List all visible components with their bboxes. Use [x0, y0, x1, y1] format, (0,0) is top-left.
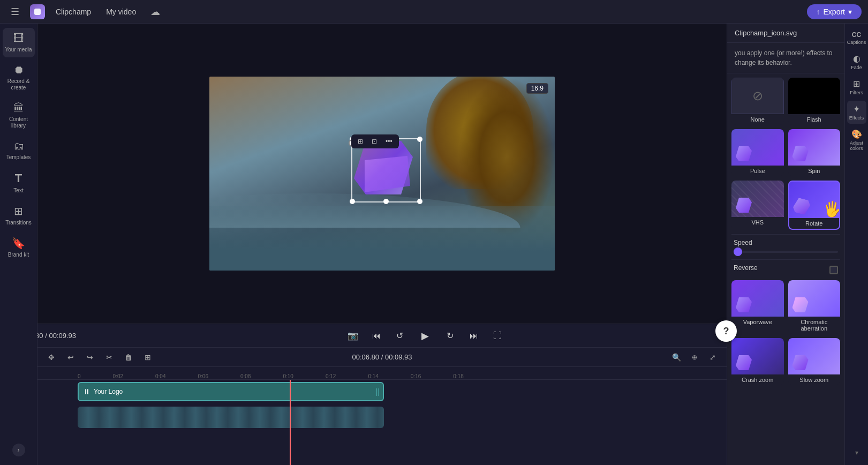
reverse-checkbox[interactable]	[829, 266, 838, 274]
strip-chevron-down: ▾	[855, 449, 858, 456]
effect-flash[interactable]: Flash	[788, 78, 841, 125]
help-button[interactable]: ?	[715, 320, 737, 342]
export-button[interactable]: ↑ Export ▾	[807, 4, 862, 19]
speed-thumb[interactable]	[734, 248, 742, 256]
sidebar-item-label: Transitions	[5, 220, 32, 226]
sidebar-item-transitions[interactable]: ⊞ Transitions	[3, 200, 35, 230]
logo-track-end-handle[interactable]: ||	[376, 387, 380, 396]
logo-element[interactable]	[354, 141, 418, 200]
export-chevron-icon: ▾	[848, 8, 852, 16]
adjust-colors-icon: 🎨	[851, 129, 862, 139]
video-track-row	[78, 406, 727, 429]
reverse-section: Reverse	[731, 259, 840, 280]
select-tool-button[interactable]: ✥	[44, 350, 59, 365]
undo-button[interactable]: ↩	[63, 350, 78, 365]
sidebar-item-label: Templates	[6, 154, 31, 161]
reverse-label: Reverse	[734, 264, 758, 272]
menu-button[interactable]: ☰	[6, 3, 24, 20]
effect-none[interactable]: ⊘ None	[731, 78, 784, 125]
content-library-icon: 🏛	[13, 102, 24, 114]
effect-slow-zoom-thumb	[788, 338, 841, 374]
effect-flash-thumb	[788, 78, 841, 114]
zoom-in-button[interactable]: ⊕	[687, 350, 702, 365]
add-to-timeline-button[interactable]: ⊞	[140, 350, 155, 365]
skip-to-end-button[interactable]: ⏭	[465, 327, 482, 344]
snapshot-button[interactable]: 📷	[344, 327, 361, 344]
playback-controls: 00:06.80 / 00:09.93 📷 ⏮ ↺ ▶ ↻ ⏭ ⛶	[37, 324, 727, 347]
filters-icon: ⊞	[853, 79, 860, 89]
sidebar-expand-button[interactable]: ›	[12, 444, 25, 456]
effect-crash-zoom[interactable]: Crash zoom	[731, 338, 784, 385]
fade-label: Fade	[851, 65, 862, 70]
sidebar-item-label: Brand kit	[8, 252, 29, 258]
video-title-input[interactable]: My video	[102, 5, 140, 18]
video-track-clip[interactable]	[78, 407, 384, 428]
redo-button[interactable]: ↪	[82, 350, 97, 365]
timeline-toolbar: ✥ ↩ ↪ ✂ 🗑 ⊞ 00:06.80 / 00:09.93 🔍 ⊕ ⤢	[37, 348, 727, 367]
sidebar-item-content-library[interactable]: 🏛 Contentlibrary	[3, 98, 35, 133]
logo-track-clip[interactable]: ⏸ Your Logo ||	[78, 382, 384, 401]
effect-crash-zoom-thumb	[731, 338, 784, 374]
sidebar-item-record-create[interactable]: ⏺ Record &create	[3, 59, 35, 95]
left-sidebar: 🎞 Your media ⏺ Record &create 🏛 Contentl…	[0, 24, 37, 465]
strip-item-adjust-colors[interactable]: 🎨 Adjustcolors	[847, 126, 866, 154]
effect-vaporwave[interactable]: Vaporwave	[731, 280, 784, 334]
effect-pulse[interactable]: Pulse	[731, 129, 784, 176]
effect-chromatic-label: Chromatic aberration	[788, 317, 841, 334]
preview-container: ⊞ ⊡ ••• 16:9	[209, 77, 555, 271]
sidebar-item-your-media[interactable]: 🎞 Your media	[3, 28, 35, 57]
forward-button[interactable]: ↻	[442, 327, 459, 344]
speed-slider[interactable]	[734, 251, 838, 253]
sidebar-item-label: Text	[13, 188, 23, 194]
sidebar-item-text[interactable]: T Text	[3, 167, 35, 198]
strip-item-captions[interactable]: CC Captions	[847, 28, 866, 48]
strip-item-effects[interactable]: ✦ Effects	[847, 101, 866, 124]
sidebar-item-brand-kit[interactable]: 🔖 Brand kit	[3, 232, 35, 262]
effects-grid: ⊘ None Flash Pulse	[731, 78, 840, 230]
fit-to-window-button[interactable]: ⤢	[705, 350, 720, 365]
zoom-out-button[interactable]: 🔍	[669, 350, 684, 365]
effect-slow-zoom[interactable]: Slow zoom	[788, 338, 841, 385]
ruler-mark-14: 0:14	[368, 373, 410, 379]
zoom-controls: 🔍 ⊕ ⤢	[669, 350, 720, 365]
effect-spin[interactable]: Spin	[788, 129, 841, 176]
delete-button[interactable]: 🗑	[121, 350, 136, 365]
strip-item-fade[interactable]: ◐ Fade	[847, 50, 866, 73]
effect-crash-zoom-label: Crash zoom	[731, 374, 784, 385]
effect-none-thumb: ⊘	[731, 78, 784, 114]
selection-tool-1[interactable]: ⊞	[356, 137, 365, 146]
video-preview: ⊞ ⊡ ••• 16:9	[37, 24, 727, 324]
play-pause-button[interactable]: ▶	[415, 326, 435, 346]
sidebar-item-label: Contentlibrary	[9, 116, 28, 129]
strip-item-filters[interactable]: ⊞ Filters	[847, 76, 866, 99]
svg-rect-0	[34, 9, 41, 15]
effect-vhs-thumb	[731, 181, 784, 217]
cut-button[interactable]: ✂	[102, 350, 117, 365]
record-create-icon: ⏺	[13, 64, 24, 76]
your-media-icon: 🎞	[13, 32, 24, 44]
rewind-button[interactable]: ↺	[391, 327, 409, 344]
effect-spin-label: Spin	[788, 166, 841, 176]
effect-rotate[interactable]: Rotate 🖐	[788, 181, 841, 230]
fullscreen-button[interactable]: ⛶	[489, 327, 506, 344]
ruler-mark-08: 0:08	[240, 373, 283, 379]
effect-vhs[interactable]: VHS	[731, 181, 784, 230]
skip-to-start-button[interactable]: ⏮	[368, 327, 385, 344]
effect-slow-zoom-label: Slow zoom	[788, 374, 841, 385]
rotate-logo-preview	[791, 197, 811, 216]
effects-label: Effects	[849, 115, 864, 121]
effect-chromatic-aberration[interactable]: Chromatic aberration	[788, 280, 841, 334]
ruler-mark-06: 0:06	[198, 373, 240, 379]
panel-scroll-area: ⊘ None Flash Pulse	[727, 73, 844, 465]
ruler-mark-0: 0	[78, 373, 113, 379]
effect-vaporwave-label: Vaporwave	[731, 317, 784, 327]
ruler-mark-04: 0:04	[155, 373, 198, 379]
ruler-mark-16: 0:16	[411, 373, 453, 379]
selection-more-button[interactable]: •••	[383, 137, 395, 146]
cloud-sync-icon[interactable]: ☁	[147, 3, 164, 20]
right-icon-strip: CC Captions ◐ Fade ⊞ Filters ✦ Effects 🎨…	[844, 24, 868, 465]
logo-track-row: ⏸ Your Logo ||	[78, 380, 727, 403]
sidebar-item-templates[interactable]: 🗂 Templates	[3, 136, 35, 165]
selection-tool-2[interactable]: ⊡	[369, 137, 379, 146]
topbar: ☰ Clipchamp My video ☁ ↑ Export ▾	[0, 0, 868, 24]
